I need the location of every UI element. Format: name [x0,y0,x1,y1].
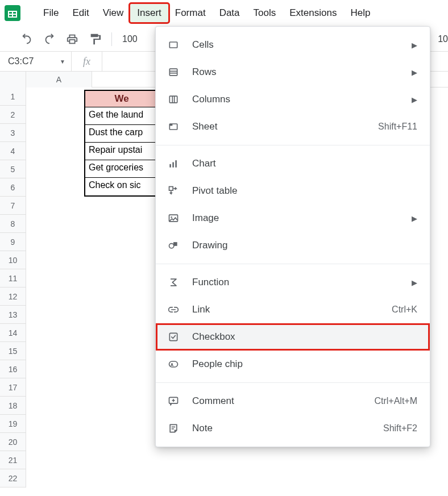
grid-row: 22 [0,469,448,487]
menu-item-label: Sheet [192,121,366,132]
menu-separator [156,145,430,145]
row-header[interactable]: 3 [0,124,26,142]
submenu-arrow-icon: ▶ [412,278,417,287]
menu-separator [156,382,430,383]
image-icon [167,212,180,224]
columns-icon [167,93,180,106]
row-header[interactable]: 21 [0,451,26,469]
comment-icon [167,395,180,407]
row-header[interactable]: 1 [0,87,26,106]
name-box[interactable]: C3:C7 ▼ [0,52,72,71]
insert-chart[interactable]: Chart [156,150,430,177]
insert-menu-dropdown: Cells▶Rows▶Columns▶SheetShift+F11ChartPi… [155,26,430,447]
row-header[interactable]: 9 [0,233,26,251]
row-header[interactable]: 13 [0,306,26,324]
menu-format[interactable]: Format [168,4,213,22]
menu-extensions[interactable]: Extensions [283,4,343,22]
menu-item-shortcut: Shift+F2 [383,423,417,434]
insert-people-chip[interactable]: People chip [156,351,430,378]
insert-drawing[interactable]: Drawing [156,232,430,259]
menubar: FileEditViewInsertFormatDataToolsExtensi… [0,0,448,26]
menu-item-shortcut: Shift+F11 [378,122,417,132]
insert-link[interactable]: LinkCtrl+K [156,296,430,323]
row-header[interactable]: 12 [0,287,26,306]
row-header[interactable]: 16 [0,360,26,378]
row-header[interactable]: 22 [0,469,26,487]
table-row[interactable]: Repair upstai [85,143,158,160]
insert-columns[interactable]: Columns▶ [156,86,430,113]
fx-label: fx [72,52,102,71]
menu-edit[interactable]: Edit [65,4,96,22]
menu-data[interactable]: Data [213,4,247,22]
function-icon [167,276,180,289]
menu-item-label: Function [192,277,395,288]
toolbar-right-fragment: 10 [438,34,448,44]
submenu-arrow-icon: ▶ [412,95,417,104]
insert-image[interactable]: Image▶ [156,205,430,232]
row-header[interactable]: 8 [0,215,26,233]
row-header[interactable]: 4 [0,142,26,160]
menu-item-label: Rows [192,66,395,78]
menu-tools[interactable]: Tools [247,4,283,22]
menu-file[interactable]: File [36,4,65,22]
table-row[interactable]: Dust the carp [85,125,158,143]
table-header: We [85,91,158,107]
insert-rows[interactable]: Rows▶ [156,59,430,86]
paint-format-icon[interactable] [89,33,101,45]
submenu-arrow-icon: ▶ [412,68,417,77]
cells-icon [167,39,180,51]
submenu-arrow-icon: ▶ [412,214,417,223]
table-row[interactable]: Get the laund [85,107,158,125]
undo-icon[interactable] [20,33,33,45]
menu-item-label: Note [192,423,371,434]
row-header[interactable]: 20 [0,433,26,451]
row-header[interactable]: 11 [0,269,26,287]
table-b-column: We Get the laundDust the carpRepair upst… [84,90,159,197]
menu-separator [156,264,430,264]
row-header[interactable]: 15 [0,342,26,360]
redo-icon[interactable] [43,33,56,45]
row-header[interactable]: 17 [0,378,26,397]
row-header[interactable]: 14 [0,324,26,342]
name-box-dropdown-icon[interactable]: ▼ [60,59,65,65]
menu-item-label: Chart [192,158,417,169]
insert-note[interactable]: NoteShift+F2 [156,415,430,442]
row-header[interactable]: 6 [0,178,26,197]
menu-item-label: Image [192,212,395,224]
zoom-value[interactable]: 100 [122,34,138,44]
note-icon [167,422,180,435]
column-header-a[interactable]: A [26,72,92,87]
menu-view[interactable]: View [96,4,131,22]
menu-item-label: Link [192,304,379,315]
insert-pivot-table[interactable]: Pivot table [156,177,430,205]
menu-help[interactable]: Help [343,4,377,22]
row-header[interactable]: 5 [0,160,26,178]
pivot-icon [167,185,180,197]
menu-item-label: Cells [192,39,395,51]
people-icon [167,358,180,370]
row-header[interactable]: 19 [0,415,26,433]
insert-sheet[interactable]: SheetShift+F11 [156,113,430,140]
menu-item-label: Columns [192,94,395,105]
insert-comment[interactable]: CommentCtrl+Alt+M [156,387,430,415]
select-all-corner[interactable] [0,72,26,87]
rows-icon [167,66,180,78]
insert-function[interactable]: Function▶ [156,269,430,296]
menu-insert[interactable]: Insert [130,4,168,22]
row-header[interactable]: 18 [0,397,26,415]
submenu-arrow-icon: ▶ [412,41,417,49]
table-row[interactable]: Get groceries [85,160,158,178]
menu-item-label: People chip [192,359,417,370]
row-header[interactable]: 10 [0,251,26,269]
table-row[interactable]: Check on sic [85,178,158,195]
row-header[interactable]: 2 [0,106,26,124]
menu-item-shortcut: Ctrl+K [392,305,417,315]
sheets-logo-icon [5,5,20,21]
insert-checkbox[interactable]: Checkbox [156,323,430,351]
insert-cells[interactable]: Cells▶ [156,31,430,59]
chart-icon [167,157,180,170]
checkbox-icon [167,331,180,343]
row-header[interactable]: 7 [0,197,26,215]
print-icon[interactable] [66,33,78,45]
link-icon [167,303,180,316]
